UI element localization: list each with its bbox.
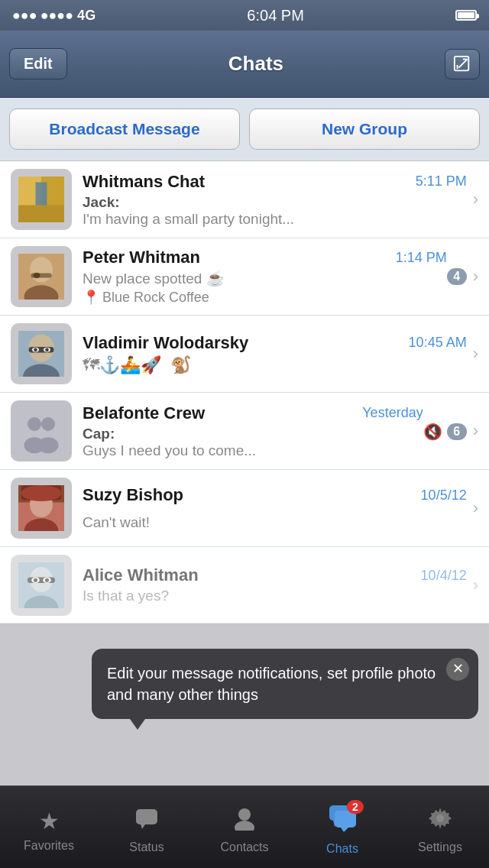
- chat-item-whitmans[interactable]: Whitmans Chat 5:11 PM Jack: I'm having a…: [0, 161, 489, 238]
- svg-marker-46: [341, 828, 348, 832]
- chevron-icon-vladimir: ›: [473, 344, 478, 364]
- chat-content-alice: Alice Whitman 10/4/12 Is that a yes?: [83, 565, 467, 604]
- tab-chats[interactable]: 2 Chats: [293, 798, 391, 856]
- status-icon: [134, 806, 159, 836]
- chat-name-vladimir: Vladimir Wolodarsky: [83, 333, 248, 353]
- svg-point-24: [38, 437, 59, 453]
- chat-content-vladimir: Vladimir Wolodarsky 10:45 AM 🗺⚓🚣🚀 🐒: [83, 333, 467, 375]
- chat-name-alice: Alice Whitman: [83, 565, 199, 585]
- tab-bar: ★ Favorites Status Contacts: [0, 785, 489, 868]
- chat-preview-peter: New place spotted ☕: [83, 270, 447, 287]
- chat-time-vladimir: 10:45 AM: [409, 335, 467, 351]
- tab-status[interactable]: Status: [98, 800, 196, 854]
- chat-item-vladimir[interactable]: Vladimir Wolodarsky 10:45 AM 🗺⚓🚣🚀 🐒 ›: [0, 316, 489, 393]
- chat-content-peter: Peter Whitman 1:14 PM New place spotted …: [83, 248, 447, 306]
- contacts-icon: [232, 806, 257, 836]
- signal-indicator: ●●● ●●●● 4G: [12, 8, 96, 24]
- status-bar: ●●● ●●●● 4G 6:04 PM: [0, 0, 489, 31]
- badge-row-belafonte: 🔇 6: [423, 423, 467, 441]
- chat-item-peter[interactable]: Peter Whitman 1:14 PM New place spotted …: [0, 238, 489, 316]
- chat-name-peter: Peter Whitman: [83, 248, 200, 267]
- tab-contacts[interactable]: Contacts: [196, 800, 293, 854]
- battery-indicator: [455, 10, 477, 21]
- svg-point-22: [41, 417, 55, 431]
- chat-item-belafonte[interactable]: Belafonte Crew Yesterday Cap: Guys I nee…: [0, 393, 489, 470]
- chat-sub-peter: 📍 Blue Rock Coffee: [83, 289, 447, 306]
- svg-point-30: [21, 485, 62, 501]
- svg-point-11: [34, 273, 40, 279]
- chat-time-whitmans: 5:11 PM: [416, 173, 467, 189]
- chat-name-whitmans: Whitmans Chat: [83, 172, 205, 192]
- chat-header-suzy: Suzy Bishop 10/5/12: [83, 485, 467, 505]
- chat-time-belafonte: Yesterday: [362, 405, 423, 421]
- badge-peter: 4: [447, 268, 467, 285]
- network-type: ●●●● 4G: [40, 8, 96, 24]
- chat-name-belafonte: Belafonte Crew: [83, 403, 205, 423]
- nav-bar: Edit Chats: [0, 31, 489, 98]
- nav-title: Chats: [228, 52, 283, 76]
- tab-label-favorites: Favorites: [24, 839, 74, 853]
- chat-time-alice: 10/4/12: [421, 568, 467, 584]
- chat-item-alice[interactable]: Alice Whitman 10/4/12 Is that a yes? ›: [0, 547, 489, 623]
- chat-name-suzy: Suzy Bishop: [83, 485, 183, 505]
- tab-favorites[interactable]: ★ Favorites: [0, 802, 98, 853]
- tab-label-chats: Chats: [326, 842, 358, 856]
- svg-point-38: [45, 578, 49, 581]
- avatar-suzy: [11, 478, 72, 539]
- action-buttons-row: Broadcast Message New Group: [0, 98, 489, 161]
- chat-preview-suzy: Can't wait!: [83, 514, 467, 531]
- tab-label-settings: Settings: [418, 840, 462, 854]
- chat-content-belafonte: Belafonte Crew Yesterday Cap: Guys I nee…: [83, 403, 423, 459]
- chat-sender-whitmans: Jack:: [83, 194, 467, 211]
- tab-label-status: Status: [129, 840, 164, 854]
- suzy-avatar-image: [18, 485, 64, 531]
- chat-time-suzy: 10/5/12: [421, 487, 467, 504]
- belafonte-avatar-image: [18, 408, 64, 454]
- svg-point-37: [34, 578, 37, 581]
- compose-icon: [453, 54, 471, 74]
- chat-header-alice: Alice Whitman 10/4/12: [83, 565, 467, 585]
- badge-belafonte: 6: [447, 423, 467, 440]
- chats-icon: 2: [329, 805, 356, 837]
- chat-sender-belafonte: Cap:: [83, 426, 423, 442]
- whitmans-avatar-image: [18, 177, 64, 222]
- avatar-alice: [11, 555, 72, 616]
- svg-rect-6: [18, 206, 64, 223]
- favorites-icon: ★: [39, 808, 60, 834]
- chat-header-whitmans: Whitmans Chat 5:11 PM: [83, 172, 467, 192]
- tooltip-popup: Edit your message notifications, set pro…: [92, 649, 478, 719]
- chat-preview-vladimir: 🗺⚓🚣🚀 🐒: [83, 355, 467, 375]
- tooltip-close-button[interactable]: ✕: [446, 658, 469, 681]
- status-bubble-icon: [134, 806, 159, 831]
- avatar-whitmans: [11, 169, 72, 230]
- signal-bars: ●●●: [12, 8, 37, 24]
- tab-settings[interactable]: Settings: [391, 800, 489, 854]
- peter-avatar-image: [18, 254, 64, 300]
- chevron-icon-belafonte: ›: [473, 421, 478, 441]
- avatar-peter: [11, 246, 72, 307]
- tooltip-text: Edit your message notifications, set pro…: [107, 665, 436, 703]
- new-group-button[interactable]: New Group: [249, 108, 480, 150]
- chats-badge: 2: [347, 800, 364, 814]
- svg-point-42: [235, 821, 254, 831]
- svg-marker-40: [141, 824, 145, 829]
- tab-label-contacts: Contacts: [220, 840, 268, 854]
- svg-point-8: [30, 257, 53, 283]
- chat-preview-whitmans: I'm having a small party tonight...: [83, 211, 467, 228]
- svg-point-19: [45, 348, 49, 352]
- battery-icon: [455, 10, 477, 21]
- chevron-icon-whitmans: ›: [473, 189, 478, 209]
- svg-point-41: [238, 808, 251, 821]
- svg-point-21: [28, 417, 41, 431]
- chevron-icon-alice: ›: [473, 575, 478, 595]
- chat-item-suzy[interactable]: Suzy Bishop 10/5/12 Can't wait! ›: [0, 470, 489, 547]
- clock: 6:04 PM: [247, 7, 303, 24]
- broadcast-message-button[interactable]: Broadcast Message: [9, 108, 240, 150]
- chat-header-belafonte: Belafonte Crew Yesterday: [83, 403, 423, 423]
- svg-rect-39: [136, 809, 157, 824]
- chat-content-whitmans: Whitmans Chat 5:11 PM Jack: I'm having a…: [83, 172, 467, 228]
- chat-header-vladimir: Vladimir Wolodarsky 10:45 AM: [83, 333, 467, 353]
- chat-header-peter: Peter Whitman 1:14 PM: [83, 248, 447, 267]
- edit-button[interactable]: Edit: [9, 48, 67, 79]
- compose-button[interactable]: [445, 49, 480, 79]
